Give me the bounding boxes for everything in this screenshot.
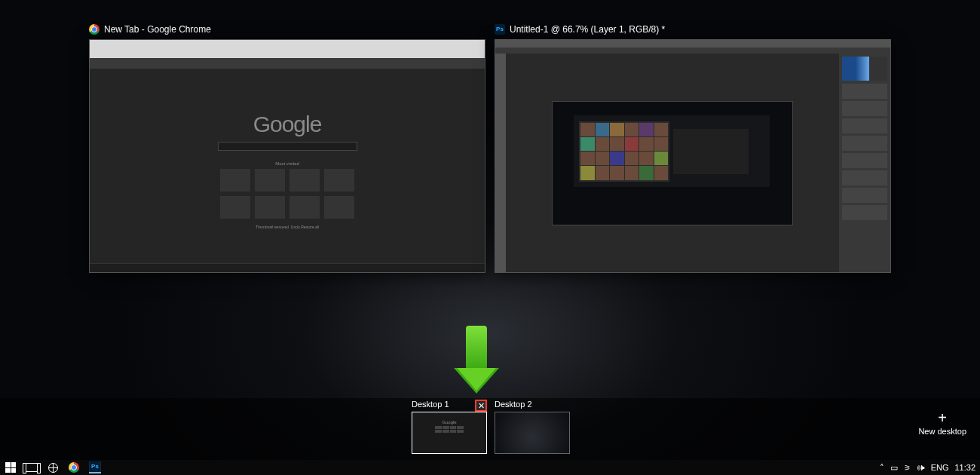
chrome-icon (89, 24, 100, 35)
photoshop-taskbar-icon[interactable]: Ps (89, 461, 101, 473)
chrome-taskbar-icon[interactable] (68, 461, 80, 473)
browser-globe-icon[interactable] (47, 461, 59, 473)
photoshop-icon: Ps (495, 24, 505, 35)
virtual-desktop-2[interactable]: Desktop 2 (495, 400, 570, 454)
ps-canvas (552, 101, 793, 225)
start-button[interactable] (5, 461, 17, 473)
window-title-chrome: New Tab - Google Chrome (104, 24, 211, 35)
virtual-desktop-strip: Desktop 1 ✕ Google Desktop 2 (0, 398, 980, 460)
window-title-photoshop: Untitled-1 @ 66.7% (Layer 1, RGB/8) * (510, 24, 665, 35)
most-visited-label: Most visited (275, 161, 299, 166)
close-desktop-button[interactable]: ✕ (475, 400, 487, 412)
window-thumb-chrome[interactable]: New Tab - Google Chrome Google Most visi… (89, 39, 485, 273)
window-thumb-photoshop[interactable]: Ps Untitled-1 @ 66.7% (Layer 1, RGB/8) * (495, 39, 891, 273)
chrome-footer-text: Thumbnail removed. Undo Restore all (256, 225, 319, 229)
new-desktop-button[interactable]: + New desktop (918, 410, 966, 436)
tray-clock[interactable]: 11:32 (954, 463, 975, 472)
ps-side-panels (839, 54, 890, 272)
taskbar: Ps ˄ ▭ ⚞ 🕪 ENG 11:32 (0, 460, 980, 475)
arrow-down-icon (466, 326, 487, 369)
tray-chevron-up-icon[interactable]: ˄ (880, 463, 884, 473)
task-view-button[interactable] (26, 461, 38, 473)
google-logo: Google (253, 112, 322, 137)
tray-volume-icon[interactable]: 🕪 (917, 463, 925, 472)
plus-icon: + (918, 410, 966, 425)
virtual-desktop-label: Desktop 2 (495, 400, 570, 409)
tray-battery-icon[interactable]: ▭ (890, 463, 898, 473)
ps-tools-panel (495, 54, 506, 272)
tray-language[interactable]: ENG (931, 463, 949, 472)
google-search-box (218, 142, 357, 151)
virtual-desktop-1[interactable]: Desktop 1 ✕ Google (412, 400, 487, 454)
speed-dial-tiles (220, 169, 354, 219)
tray-wifi-icon[interactable]: ⚞ (904, 464, 911, 472)
new-desktop-label: New desktop (918, 427, 966, 436)
